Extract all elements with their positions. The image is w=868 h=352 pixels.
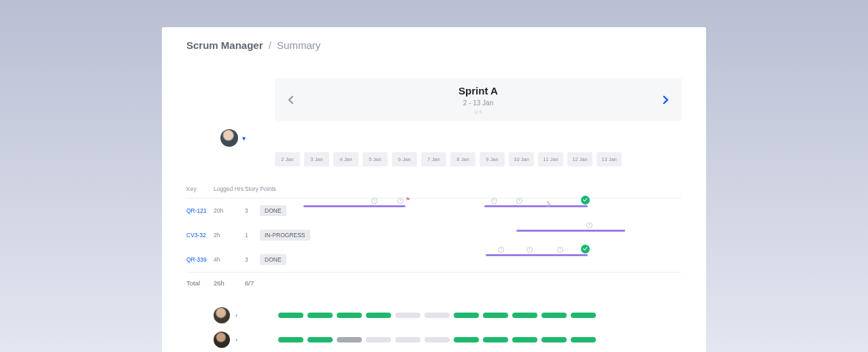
status-badge: DONE — [260, 205, 286, 216]
task-row: QR-121 20h 3 DONE ⚑ — [186, 198, 682, 223]
avatar[interactable] — [214, 307, 230, 323]
sprint-title: Sprint A — [299, 85, 657, 96]
task-story-points: 3 — [245, 256, 257, 263]
date-pill[interactable]: 6 Jan — [392, 152, 417, 166]
progress-bar-segment — [303, 205, 405, 207]
progress-bar-segment — [516, 230, 625, 232]
day-segment — [512, 337, 537, 342]
chevron-right-icon[interactable]: › — [235, 336, 237, 343]
user-row: › — [186, 307, 682, 323]
breadcrumb-page: Summary — [277, 39, 320, 51]
current-user-selector: ▾ — [220, 129, 682, 147]
task-timeline: ⚑ — [295, 205, 682, 216]
day-segment — [483, 337, 508, 342]
user-day-segments — [278, 313, 596, 318]
user-row: › — [186, 332, 682, 348]
day-segment — [512, 313, 537, 318]
day-segment — [571, 313, 596, 318]
task-hours: 20h — [214, 207, 245, 214]
chevron-right-icon — [662, 95, 669, 105]
day-segment — [395, 337, 420, 342]
date-pill[interactable]: 9 Jan — [480, 152, 505, 166]
progress-bar-segment — [486, 254, 588, 256]
day-segment — [395, 313, 420, 318]
breadcrumb-sep: / — [269, 39, 271, 51]
branch-icon — [547, 198, 552, 203]
header-key: Key — [186, 186, 214, 192]
day-segment — [454, 313, 479, 318]
date-pill[interactable]: 12 Jan — [567, 152, 592, 166]
date-pill[interactable]: 5 Jan — [363, 152, 388, 166]
day-segment — [278, 313, 303, 318]
sprint-default-label: U 6 — [299, 109, 657, 114]
clock-icon — [491, 198, 497, 204]
user-day-segments — [278, 337, 596, 342]
task-timeline — [295, 254, 682, 265]
date-pill[interactable]: 13 Jan — [597, 152, 622, 166]
sprint-dates: 2 - 13 Jan — [299, 99, 657, 107]
chevron-right-icon[interactable]: › — [235, 312, 237, 319]
timeline-date-row: 2 Jan 3 Jan 4 Jan 5 Jan 6 Jan 7 Jan 8 Ja… — [275, 152, 682, 166]
day-segment — [571, 337, 596, 342]
sprint-info: Sprint A 2 - 13 Jan U 6 — [299, 85, 657, 114]
header-story-points: Story Points — [245, 186, 280, 192]
flag-icon: ⚑ — [405, 196, 410, 203]
task-key-link[interactable]: QR-339 — [186, 256, 214, 263]
progress-bar-segment — [484, 205, 588, 207]
task-key-link[interactable]: CV3-32 — [186, 232, 214, 239]
clock-icon — [527, 247, 533, 253]
task-hours: 4h — [214, 256, 245, 263]
day-segment — [337, 337, 362, 342]
status-badge: DONE — [260, 254, 286, 265]
task-key-link[interactable]: QR-121 — [186, 207, 214, 214]
clock-icon — [498, 247, 504, 253]
breadcrumb-app[interactable]: Scrum Manager — [186, 39, 263, 51]
breadcrumb: Scrum Manager / Summary — [186, 39, 682, 51]
date-pill[interactable]: 11 Jan — [538, 152, 563, 166]
date-pill[interactable]: 4 Jan — [333, 152, 358, 166]
avatar[interactable] — [220, 129, 238, 147]
task-row: CV3-32 2h 1 IN-PROGRESS — [186, 223, 682, 247]
date-pill[interactable]: 3 Jan — [304, 152, 329, 166]
clock-icon — [397, 198, 403, 204]
clock-icon — [371, 198, 378, 204]
avatar[interactable] — [214, 332, 230, 348]
day-segment — [366, 313, 391, 318]
date-pill[interactable]: 7 Jan — [421, 152, 446, 166]
task-story-points: 1 — [245, 232, 257, 239]
totals-row: Total 26h 6/7 — [186, 272, 682, 287]
header-logged-hrs: Logged Hrs — [214, 186, 245, 192]
day-segment — [307, 313, 333, 318]
day-segment — [337, 313, 362, 318]
task-story-points: 3 — [245, 207, 257, 214]
day-segment — [541, 337, 567, 342]
total-label: Total — [186, 279, 214, 287]
task-timeline — [295, 230, 682, 241]
next-sprint-button[interactable] — [657, 92, 673, 108]
column-headers: Key Logged Hrs Story Points — [186, 186, 682, 198]
task-hours: 2h — [214, 232, 245, 239]
date-pill[interactable]: 10 Jan — [509, 152, 534, 166]
day-segment — [483, 313, 508, 318]
day-segment — [424, 337, 450, 342]
app-card: Scrum Manager / Summary Sprint A 2 - 13 … — [162, 27, 706, 352]
day-segment — [424, 313, 450, 318]
date-pill[interactable]: 8 Jan — [450, 152, 475, 166]
clock-icon — [516, 198, 522, 204]
clock-icon — [557, 247, 563, 253]
day-segment — [307, 337, 333, 342]
team-overview: › › — [186, 307, 682, 352]
prev-sprint-button[interactable] — [283, 92, 299, 108]
clock-icon — [586, 222, 592, 228]
day-segment — [366, 337, 391, 342]
total-story-points: 6/7 — [245, 279, 280, 287]
day-segment — [541, 313, 567, 318]
check-circle-icon — [581, 245, 590, 253]
check-circle-icon — [581, 196, 590, 205]
total-hours: 26h — [214, 279, 245, 287]
chevron-left-icon — [288, 95, 295, 105]
date-pill[interactable]: 2 Jan — [275, 152, 300, 166]
day-segment — [278, 337, 303, 342]
chevron-down-icon[interactable]: ▾ — [242, 135, 246, 142]
task-row: QR-339 4h 3 DONE — [186, 247, 682, 272]
